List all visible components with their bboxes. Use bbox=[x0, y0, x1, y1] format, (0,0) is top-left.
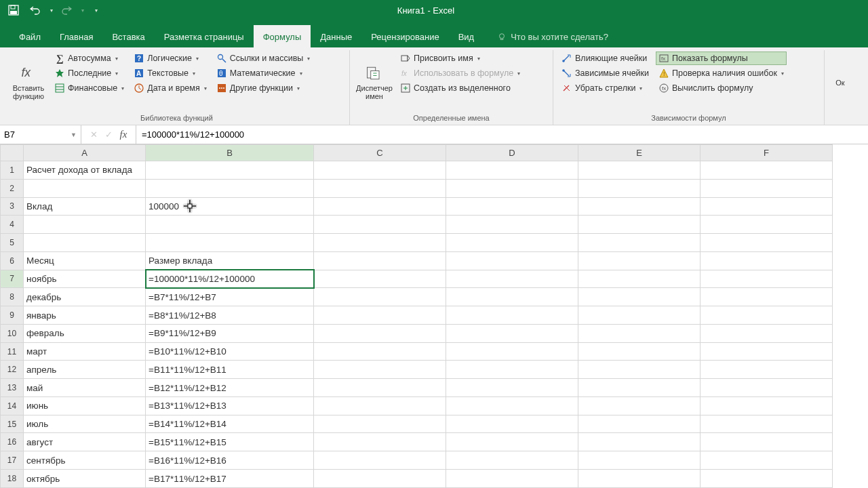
save-button[interactable] bbox=[5, 2, 22, 18]
cell-A18[interactable]: октябрь bbox=[24, 470, 146, 488]
cell-A13[interactable]: май bbox=[24, 379, 146, 397]
cell-F6[interactable] bbox=[701, 251, 833, 270]
cell-C11[interactable] bbox=[314, 342, 446, 361]
cell-A2[interactable] bbox=[24, 179, 146, 197]
row-header-9[interactable]: 9 bbox=[1, 306, 24, 325]
cell-D3[interactable] bbox=[446, 197, 578, 216]
cell-F1[interactable] bbox=[701, 161, 833, 180]
cell-B2[interactable] bbox=[146, 179, 314, 197]
row-header-2[interactable]: 2 bbox=[1, 179, 24, 197]
cell-F4[interactable] bbox=[701, 216, 833, 234]
cell-F8[interactable] bbox=[701, 288, 833, 306]
cell-B7[interactable]: =100000*11%/12+100000 bbox=[146, 270, 314, 288]
cell-C7[interactable] bbox=[314, 270, 446, 288]
recent-button[interactable]: Последние▾ bbox=[52, 66, 127, 80]
math-button[interactable]: θМатематические▾ bbox=[214, 66, 313, 80]
row-header-13[interactable]: 13 bbox=[1, 379, 24, 397]
cell-F15[interactable] bbox=[701, 415, 833, 433]
cell-D10[interactable] bbox=[446, 324, 578, 342]
tab-главная[interactable]: Главная bbox=[50, 25, 102, 47]
financial-button[interactable]: Финансовые▾ bbox=[52, 81, 127, 95]
cell-A4[interactable] bbox=[24, 216, 146, 234]
tab-формулы[interactable]: Формулы bbox=[254, 25, 311, 47]
cell-D8[interactable] bbox=[446, 288, 578, 306]
col-header-F[interactable]: F bbox=[701, 145, 833, 161]
name-manager-button[interactable]: Диспетчеримен bbox=[355, 52, 393, 113]
cell-C17[interactable] bbox=[314, 451, 446, 470]
worksheet-grid[interactable]: ABCDEF1Расчет дохода от вклада23Вклад100… bbox=[0, 144, 868, 488]
row-header-8[interactable]: 8 bbox=[1, 288, 24, 306]
cell-D15[interactable] bbox=[446, 415, 578, 433]
cell-B15[interactable]: =B14*11%/12+B14 bbox=[146, 415, 314, 433]
row-header-3[interactable]: 3 bbox=[1, 197, 24, 216]
cell-F18[interactable] bbox=[701, 470, 833, 488]
cell-E1[interactable] bbox=[578, 161, 701, 180]
lookup-button[interactable]: Ссылки и массивы▾ bbox=[214, 52, 313, 65]
cell-E17[interactable] bbox=[578, 451, 701, 470]
cell-D9[interactable] bbox=[446, 306, 578, 325]
col-header-B[interactable]: B bbox=[146, 145, 314, 161]
cell-E6[interactable] bbox=[578, 251, 701, 270]
formula-input[interactable] bbox=[142, 129, 863, 140]
cell-A10[interactable]: февраль bbox=[24, 324, 146, 342]
row-header-17[interactable]: 17 bbox=[1, 451, 24, 470]
cell-E10[interactable] bbox=[578, 324, 701, 342]
row-header-7[interactable]: 7 bbox=[1, 270, 24, 288]
cell-F3[interactable] bbox=[701, 197, 833, 216]
cell-F13[interactable] bbox=[701, 379, 833, 397]
tell-me-box[interactable]: Что вы хотите сделать? bbox=[497, 32, 608, 47]
watch-window-button[interactable]: Ок bbox=[830, 52, 850, 113]
cell-D2[interactable] bbox=[446, 179, 578, 197]
cell-A17[interactable]: сентябрь bbox=[24, 451, 146, 470]
cell-B17[interactable]: =B16*11%/12+B16 bbox=[146, 451, 314, 470]
cell-C6[interactable] bbox=[314, 251, 446, 270]
cell-B16[interactable]: =B15*11%/12+B15 bbox=[146, 433, 314, 451]
define-name-button[interactable]: Присвоить имя▾ bbox=[397, 52, 523, 65]
cell-E2[interactable] bbox=[578, 179, 701, 197]
row-header-5[interactable]: 5 bbox=[1, 234, 24, 252]
cell-D13[interactable] bbox=[446, 379, 578, 397]
cell-F17[interactable] bbox=[701, 451, 833, 470]
cell-D7[interactable] bbox=[446, 270, 578, 288]
cell-D11[interactable] bbox=[446, 342, 578, 361]
cell-E14[interactable] bbox=[578, 396, 701, 415]
cell-A16[interactable]: август bbox=[24, 433, 146, 451]
cell-F10[interactable] bbox=[701, 324, 833, 342]
cell-F5[interactable] bbox=[701, 234, 833, 252]
undo-button[interactable] bbox=[27, 2, 43, 18]
row-header-14[interactable]: 14 bbox=[1, 396, 24, 415]
cell-B9[interactable]: =B8*11%/12+B8 bbox=[146, 306, 314, 325]
cell-C14[interactable] bbox=[314, 396, 446, 415]
col-header-E[interactable]: E bbox=[578, 145, 701, 161]
tab-разметка страницы[interactable]: Разметка страницы bbox=[155, 25, 254, 47]
show-formulas-button[interactable]: fxПоказать формулы bbox=[656, 52, 787, 65]
cell-D14[interactable] bbox=[446, 396, 578, 415]
datetime-button[interactable]: Дата и время▾ bbox=[131, 81, 210, 95]
cell-D12[interactable] bbox=[446, 361, 578, 379]
cell-D4[interactable] bbox=[446, 216, 578, 234]
tab-рецензирование[interactable]: Рецензирование bbox=[361, 25, 448, 47]
cell-C8[interactable] bbox=[314, 288, 446, 306]
col-header-A[interactable]: A bbox=[24, 145, 146, 161]
row-header-4[interactable]: 4 bbox=[1, 216, 24, 234]
cell-B5[interactable] bbox=[146, 234, 314, 252]
cell-A6[interactable]: Месяц bbox=[24, 251, 146, 270]
cell-C12[interactable] bbox=[314, 361, 446, 379]
cell-A8[interactable]: декабрь bbox=[24, 288, 146, 306]
cell-B4[interactable] bbox=[146, 216, 314, 234]
cell-A12[interactable]: апрель bbox=[24, 361, 146, 379]
enter-formula-button[interactable]: ✓ bbox=[102, 128, 115, 142]
evaluate-formula-button[interactable]: fxВычислить формулу bbox=[656, 81, 787, 95]
cell-A7[interactable]: ноябрь bbox=[24, 270, 146, 288]
text-button[interactable]: AТекстовые▾ bbox=[131, 66, 210, 80]
cell-D16[interactable] bbox=[446, 433, 578, 451]
cell-C9[interactable] bbox=[314, 306, 446, 325]
cell-B11[interactable]: =B10*11%/12+B10 bbox=[146, 342, 314, 361]
chevron-down-icon[interactable]: ▼ bbox=[71, 131, 77, 138]
cell-D17[interactable] bbox=[446, 451, 578, 470]
logical-button[interactable]: ?Логические▾ bbox=[131, 52, 210, 65]
insert-function-button[interactable]: fx Вставитьфункцию bbox=[9, 52, 47, 113]
fx-button[interactable]: fx bbox=[117, 128, 130, 142]
cell-E3[interactable] bbox=[578, 197, 701, 216]
cell-B10[interactable]: =B9*11%/12+B9 bbox=[146, 324, 314, 342]
